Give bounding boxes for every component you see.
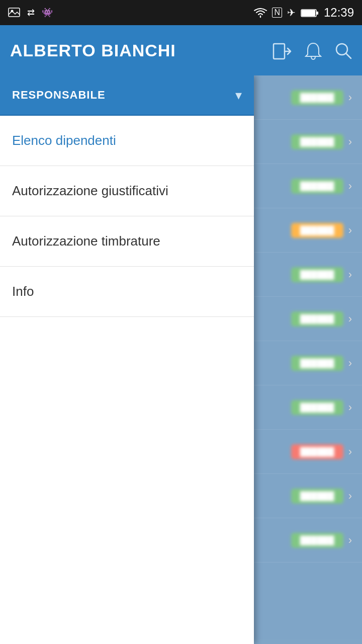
svg-rect-5 [274, 44, 285, 59]
menu-item-label: Autorizzazione timbrature [12, 233, 160, 249]
status-bar-right: N ✈ 12:39 [254, 6, 354, 20]
menu-item-label: Autorizzazione giustificativi [12, 183, 168, 199]
image-icon [8, 8, 20, 18]
bg-badge: ██████ [291, 444, 343, 459]
drawer-header[interactable]: RESPONSABILE ▾ [0, 75, 254, 116]
menu-item-autorizzazione-timbrature[interactable]: Autorizzazione timbrature [0, 216, 254, 267]
bg-badge: ██████ [291, 400, 343, 415]
bg-row: ██████ › [254, 164, 362, 208]
status-bar: ⇄ 👾 N ✈ 12:39 [0, 0, 362, 25]
app-toolbar: ALBERTO BIANCHI [0, 25, 362, 75]
bg-badge: ██████ [291, 90, 343, 105]
bg-badge: ██████ [291, 311, 343, 327]
bg-badge: ██████ [291, 134, 343, 149]
airplane-icon: ✈ [287, 7, 296, 19]
status-time: 12:39 [324, 6, 354, 20]
bg-row: ██████ › [254, 297, 362, 341]
menu-item-label: Info [12, 284, 34, 299]
app-icon: 👾 [42, 7, 53, 18]
bg-row: ██████ › [254, 253, 362, 297]
menu-item-info[interactable]: Info [0, 267, 254, 317]
battery-icon [301, 6, 319, 19]
bg-row: ██████ › [254, 518, 362, 562]
sim-icon: N [272, 8, 282, 18]
drawer-header-title: RESPONSABILE [12, 89, 106, 102]
menu-item-elenco-dipendenti[interactable]: Elenco dipendenti [0, 116, 254, 166]
svg-rect-0 [9, 8, 20, 17]
background-panel: ██████ › ██████ › ██████ › ██████ › ████… [254, 75, 362, 644]
bg-row: ██████ › [254, 341, 362, 385]
status-bar-left: ⇄ 👾 [8, 7, 53, 18]
bg-badge: ██████ [291, 356, 343, 371]
bg-badge: ██████ [291, 179, 343, 194]
svg-rect-4 [302, 10, 315, 16]
usb-icon: ⇄ [27, 7, 35, 18]
bell-icon[interactable] [305, 40, 322, 61]
bg-badge: ██████ [291, 489, 343, 504]
toolbar-actions [273, 40, 352, 61]
app-title: ALBERTO BIANCHI [10, 41, 176, 60]
bg-row: ██████ › [254, 430, 362, 474]
logout-icon[interactable] [273, 40, 292, 61]
bg-row: ██████ › [254, 385, 362, 430]
menu-item-label: Elenco dipendenti [12, 133, 116, 148]
wifi-icon [254, 6, 267, 19]
bg-row: ██████ › [254, 75, 362, 120]
svg-rect-3 [316, 12, 318, 15]
drawer-menu: RESPONSABILE ▾ Elenco dipendenti Autoriz… [0, 75, 254, 644]
menu-item-autorizzazione-giustificativi[interactable]: Autorizzazione giustificativi [0, 166, 254, 216]
bg-row: ██████ › [254, 120, 362, 164]
chevron-down-icon: ▾ [235, 88, 242, 103]
bg-badge: ██████ [291, 223, 343, 238]
bg-badge: ██████ [291, 533, 343, 548]
bg-row: ██████ › [254, 208, 362, 253]
svg-line-7 [346, 53, 351, 58]
bg-badge: ██████ [291, 267, 343, 282]
bg-row: ██████ › [254, 474, 362, 518]
search-icon[interactable] [335, 40, 352, 61]
